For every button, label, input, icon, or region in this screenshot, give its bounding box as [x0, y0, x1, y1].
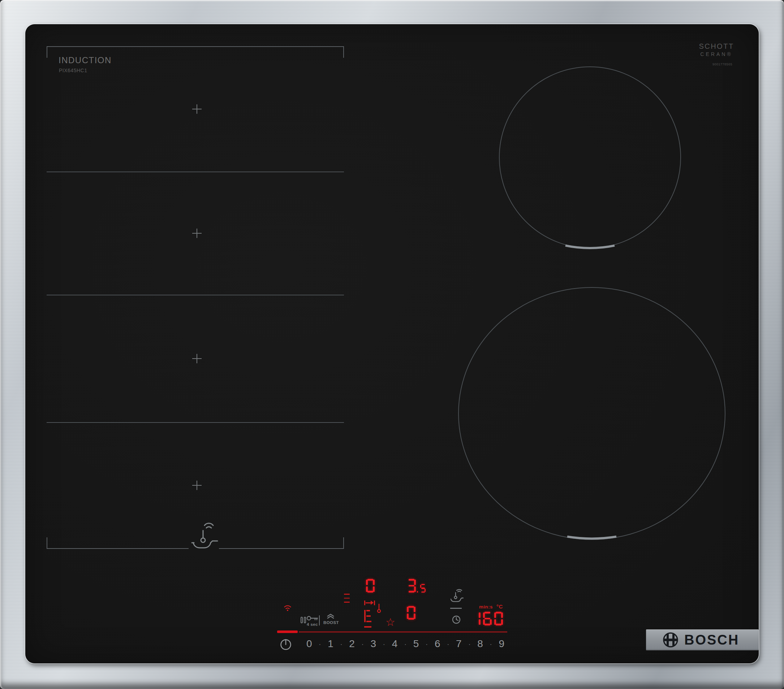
cook-zone-right-front-marker [565, 535, 619, 543]
glass-brand-line2: CERAN® [697, 51, 736, 57]
level-dot: · [361, 640, 364, 648]
power-level-1[interactable]: 1 [328, 638, 333, 650]
ceramic-glass-surface: INDUCTION PIX645HC1 SCHOTT CERAN® 900177… [25, 24, 759, 663]
flex-zone-bottom-left-tick [47, 537, 47, 549]
home-connect-wifi-icon[interactable] [283, 604, 292, 612]
display-bottom-right [407, 606, 415, 620]
cook-zone-right-front [458, 287, 725, 540]
display-top-right [407, 579, 416, 593]
power-level-3[interactable]: 3 [370, 638, 376, 650]
display-top-right-decimal [417, 584, 426, 593]
flex-section-1-plus-icon [192, 104, 202, 114]
pan-transfer-underline [364, 626, 371, 628]
level-dot: · [340, 640, 343, 648]
lock-hold-label: 4 sec [307, 622, 318, 627]
flex-zone-divider-3 [47, 422, 344, 423]
flex-zone-top-left-tick [47, 46, 47, 58]
power-level-9[interactable]: 9 [499, 638, 504, 650]
flex-zone-top-line [47, 46, 344, 47]
level-dot: · [489, 640, 492, 648]
timer-unit-time: min:s [479, 604, 493, 610]
flex-section-4-plus-icon [192, 481, 202, 490]
thermometer-icon [376, 603, 382, 614]
level-dot: · [319, 640, 321, 648]
favorite-star-icon[interactable]: ☆ [385, 617, 395, 628]
zone-select-dashes-icon[interactable] [344, 594, 350, 603]
level-bar-active[interactable] [277, 630, 298, 633]
zone-type-label: INDUCTION [59, 55, 112, 65]
power-level-4[interactable]: 4 [392, 638, 398, 650]
boost-label[interactable]: BOOST [323, 620, 339, 625]
flex-section-2-plus-icon [192, 229, 202, 238]
flex-zone-bottom-line-left [47, 548, 189, 549]
bosch-symbol-icon [663, 632, 679, 648]
fry-sensor-underline [450, 608, 462, 609]
wireless-temp-sensor-pan-icon [189, 522, 219, 549]
power-level-8[interactable]: 8 [477, 638, 483, 650]
glass-brand-line1: SCHOTT [697, 42, 736, 51]
display-top-left [366, 579, 375, 593]
timer-clock-icon[interactable] [451, 615, 461, 624]
flex-zone-divider-2 [47, 295, 344, 295]
power-level-2[interactable]: 2 [349, 638, 355, 650]
boost-chevrons-icon[interactable] [326, 613, 335, 619]
power-level-5[interactable]: 5 [413, 638, 419, 650]
display-timer [472, 612, 503, 625]
flex-zone-top-right-tick [343, 46, 344, 58]
power-level-6[interactable]: 6 [435, 638, 440, 650]
level-dot: · [447, 640, 450, 648]
flex-zone-bottom-right-tick [343, 537, 344, 549]
power-level-7[interactable]: 7 [456, 638, 462, 650]
cook-zone-right-rear-marker [563, 244, 617, 252]
glass-code: 9001778565 [712, 62, 732, 66]
level-bar-track[interactable] [299, 631, 507, 633]
power-level-0[interactable]: 0 [306, 638, 312, 650]
level-dot: · [468, 640, 471, 648]
brand-wordmark: BOSCH [684, 632, 739, 648]
child-lock-key-icon[interactable] [306, 615, 319, 622]
level-dot: · [404, 640, 407, 648]
frying-sensor-pan-icon[interactable] [450, 589, 464, 602]
level-dot: · [426, 640, 428, 648]
power-button[interactable] [279, 638, 292, 651]
model-number: PIX645HC1 [59, 67, 87, 73]
panel-divider [319, 615, 320, 625]
power-level-row: 0 · 1 · 2 · 3 · 4 · 5 · 6 · 7 · 8 · 9 [306, 638, 504, 650]
flex-zone-divider-1 [47, 171, 344, 172]
induction-hob: INDUCTION PIX645HC1 SCHOTT CERAN® 900177… [0, 0, 784, 689]
cook-zone-right-rear [499, 66, 681, 248]
timer-unit-temp: °C [496, 603, 503, 610]
glass-brand-logo: SCHOTT CERAN® [697, 42, 736, 57]
brand-badge: BOSCH [646, 630, 759, 650]
flex-section-3-plus-icon [192, 354, 202, 363]
pause-icon[interactable] [301, 617, 306, 625]
level-dot: · [383, 640, 385, 648]
flex-zone-bottom-line-right [219, 548, 344, 549]
